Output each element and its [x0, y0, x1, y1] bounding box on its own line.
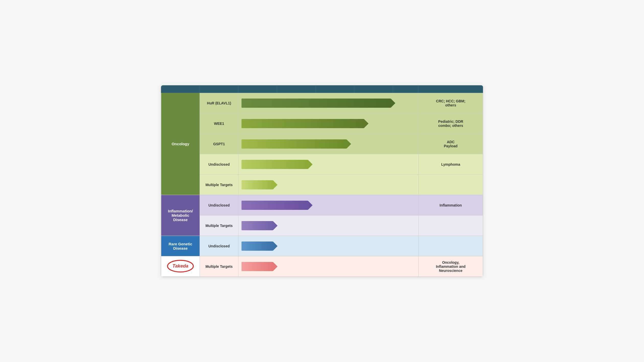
therapeutic-area-cell: Inflammation/MetabolicDisease: [161, 195, 200, 236]
target-cell: GSPT1: [200, 134, 238, 154]
table-row: GSPT1ADCPayload: [161, 134, 483, 154]
table-row: Rare GeneticDiseaseUndisclosed: [161, 236, 483, 256]
pipeline-arrow-cell: [238, 195, 419, 215]
target-cell: HuR (ELAVL1): [200, 93, 238, 113]
header-therapeutic-area: [161, 86, 200, 93]
therapeutic-area-cell: Oncology: [161, 93, 200, 195]
indication-cell: Inflammation: [419, 195, 483, 215]
pipeline-arrow-cell: [238, 215, 419, 236]
table-row: UndisclosedLymphoma: [161, 154, 483, 175]
target-cell: Undisclosed: [200, 236, 238, 256]
takeda-logo-icon: Takeda: [166, 259, 194, 273]
indication-cell: [419, 236, 483, 256]
pipeline-arrow-cell: [238, 154, 419, 175]
pipeline-arrow: [241, 242, 273, 251]
therapeutic-area-cell: Rare GeneticDisease: [161, 236, 200, 256]
table-row: WEE1Pediatric; DDRcombo; others: [161, 113, 483, 134]
indication-cell: [419, 175, 483, 195]
pipeline-arrow-cell: [238, 236, 419, 256]
pipeline-arrow-cell: [238, 134, 419, 154]
target-cell: Undisclosed: [200, 154, 238, 175]
pipeline-arrow: [241, 139, 346, 149]
indication-cell: Lymphoma: [419, 154, 483, 175]
header-preclinical: [354, 86, 393, 93]
table-row: Multiple Targets: [161, 215, 483, 236]
pipeline-arrow: [241, 180, 273, 189]
table-row: OncologyHuR (ELAVL1)CRC; HCC; GBM;others: [161, 93, 483, 113]
pipeline-arrow-cell: [238, 256, 419, 277]
pipeline-arrow: [241, 262, 273, 271]
indication-cell: Pediatric; DDRcombo; others: [419, 113, 483, 134]
target-cell: Multiple Targets: [200, 175, 238, 195]
pipeline-arrow: [241, 201, 308, 210]
table-row: Takeda Multiple TargetsOncology,Inflamma…: [161, 256, 483, 277]
pipeline-arrow-cell: [238, 93, 419, 113]
indication-cell: ADCPayload: [419, 134, 483, 154]
indication-cell: CRC; HCC; GBM;others: [419, 93, 483, 113]
header-indication: [419, 86, 483, 93]
target-cell: Undisclosed: [200, 195, 238, 215]
pipeline-arrow-cell: [238, 175, 419, 195]
therapeutic-area-cell: Takeda: [161, 256, 200, 277]
header-target-id: [238, 86, 277, 93]
indication-cell: [419, 215, 483, 236]
svg-text:Takeda: Takeda: [172, 263, 188, 269]
table-row: Inflammation/MetabolicDiseaseUndisclosed…: [161, 195, 483, 215]
header-molecular-glue: [200, 86, 238, 93]
target-cell: WEE1: [200, 113, 238, 134]
table-row: Multiple Targets: [161, 175, 483, 195]
header-ph1: [393, 86, 419, 93]
indication-cell: Oncology,Inflammation andNeuroscience: [419, 256, 483, 277]
target-cell: Multiple Targets: [200, 215, 238, 236]
target-cell: Multiple Targets: [200, 256, 238, 277]
pipeline-arrow: [241, 221, 273, 230]
pipeline-arrow-cell: [238, 113, 419, 134]
pipeline-table: OncologyHuR (ELAVL1)CRC; HCC; GBM;others…: [161, 85, 483, 277]
header-moa: [277, 86, 316, 93]
pipeline-arrow: [241, 99, 391, 108]
pipeline-arrow: [241, 119, 364, 128]
header-hit-to-lead: [316, 86, 354, 93]
pipeline-arrow: [241, 160, 308, 169]
